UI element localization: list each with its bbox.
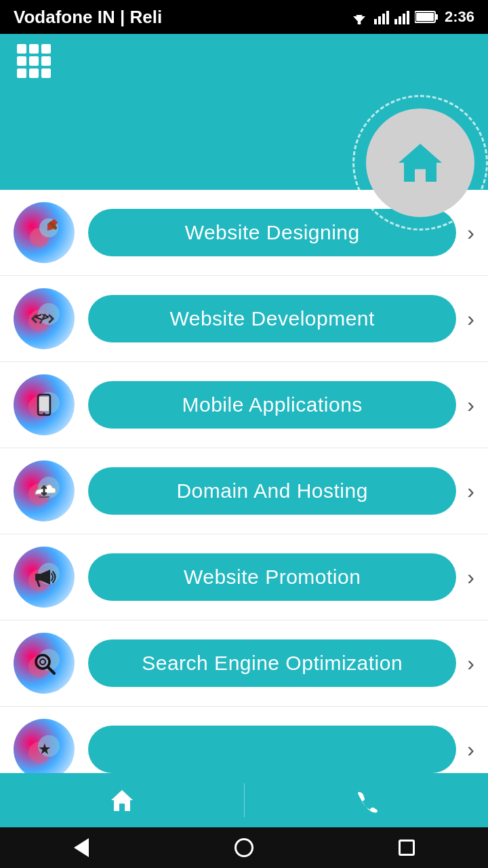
- carrier-text: Vodafone IN | Reli: [14, 7, 162, 28]
- header: [0, 34, 488, 190]
- website-promotion-button[interactable]: Website Promotion: [88, 553, 456, 601]
- signal-icon-2: [394, 9, 409, 24]
- home-circle-dashed: [352, 95, 488, 231]
- website-development-button[interactable]: Website Development: [88, 295, 456, 342]
- svg-rect-9: [403, 14, 405, 24]
- extra-button[interactable]: [88, 726, 456, 773]
- bottom-phone-icon: [352, 787, 380, 814]
- home-icon: [393, 136, 447, 190]
- domain-hosting-button[interactable]: Domain And Hosting: [88, 467, 456, 515]
- home-circle-container: [346, 88, 488, 237]
- menu-list: Website Designing › <> Website Developme…: [0, 190, 488, 868]
- star-icon: ★: [26, 731, 62, 768]
- recents-icon: [399, 840, 415, 856]
- menu-item-website-development[interactable]: <> Website Development ›: [0, 276, 488, 362]
- megaphone-icon: [26, 559, 62, 595]
- svg-rect-10: [407, 11, 409, 24]
- cloud-upload-icon: [26, 473, 62, 509]
- seo-button[interactable]: Search Engine Optimization: [88, 639, 456, 687]
- bottom-phone-button[interactable]: [245, 773, 489, 827]
- seo-label: Search Engine Optimization: [142, 652, 403, 675]
- menu-item-mobile-applications[interactable]: Mobile Applications ›: [0, 362, 488, 448]
- extra-icon: ★: [14, 719, 75, 780]
- back-button[interactable]: [64, 834, 98, 861]
- menu-item-website-promotion[interactable]: Website Promotion ›: [0, 534, 488, 620]
- mobile-applications-chevron: ›: [467, 393, 474, 418]
- search-icon: [26, 645, 62, 682]
- website-promotion-chevron: ›: [467, 565, 474, 590]
- mobile-applications-label: Mobile Applications: [182, 393, 363, 416]
- code-icon: <>: [26, 300, 62, 337]
- signal-icon-1: [374, 9, 389, 24]
- website-development-chevron: ›: [467, 307, 474, 332]
- android-home-icon: [235, 838, 253, 857]
- domain-hosting-icon: [14, 460, 75, 521]
- mobile-applications-icon: [14, 374, 75, 435]
- mobile-icon: [26, 387, 62, 423]
- seo-icon: [14, 633, 75, 694]
- svg-rect-35: [35, 574, 41, 580]
- mobile-applications-button[interactable]: Mobile Applications: [88, 381, 456, 429]
- website-development-label: Website Development: [169, 307, 374, 330]
- svg-rect-13: [416, 13, 434, 21]
- website-promotion-label: Website Promotion: [184, 566, 361, 589]
- menu-item-domain-hosting[interactable]: Domain And Hosting ›: [0, 448, 488, 534]
- svg-rect-7: [394, 19, 397, 24]
- website-designing-icon: [14, 202, 75, 263]
- bottom-home-button[interactable]: [0, 773, 244, 827]
- svg-point-2: [357, 22, 361, 25]
- extra-chevron: ›: [467, 737, 474, 762]
- website-designing-label: Website Designing: [185, 221, 360, 244]
- home-button[interactable]: [227, 834, 261, 861]
- wifi-icon: [350, 9, 369, 24]
- svg-rect-5: [382, 14, 385, 24]
- battery-icon: [415, 9, 439, 24]
- seo-chevron: ›: [467, 651, 474, 676]
- menu-button[interactable]: [14, 41, 54, 81]
- back-icon: [74, 838, 89, 857]
- svg-rect-8: [399, 16, 401, 24]
- time-text: 2:36: [445, 8, 474, 26]
- home-circle-button[interactable]: [366, 108, 474, 217]
- website-development-icon: <>: [14, 288, 75, 349]
- bottom-nav: [0, 773, 488, 827]
- bottom-home-icon: [108, 787, 136, 814]
- svg-rect-6: [386, 11, 389, 24]
- svg-text:★: ★: [38, 741, 52, 757]
- android-nav: [0, 827, 488, 868]
- status-bar: Vodafone IN | Reli 2:36: [0, 0, 488, 34]
- website-promotion-icon: [14, 547, 75, 608]
- svg-rect-4: [378, 16, 381, 24]
- menu-item-seo[interactable]: Search Engine Optimization ›: [0, 620, 488, 707]
- domain-hosting-label: Domain And Hosting: [176, 479, 368, 502]
- status-icons: 2:36: [350, 8, 474, 26]
- svg-rect-3: [374, 19, 377, 24]
- paint-brush-icon: [27, 216, 61, 250]
- grid-icon: [17, 44, 51, 78]
- recents-button[interactable]: [390, 834, 424, 861]
- domain-hosting-chevron: ›: [467, 479, 474, 504]
- svg-rect-12: [435, 14, 438, 20]
- svg-rect-24: [39, 397, 49, 411]
- svg-point-25: [43, 412, 45, 414]
